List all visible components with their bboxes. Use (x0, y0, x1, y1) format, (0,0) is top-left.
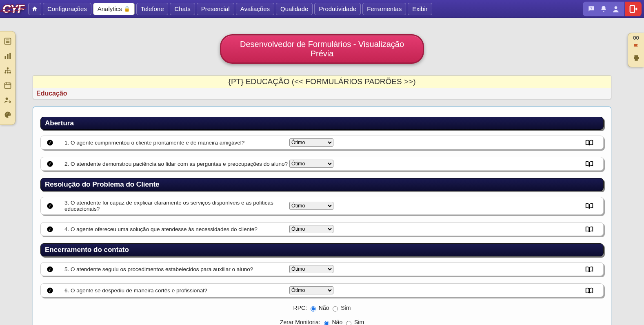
zerar-radio-sim[interactable] (346, 321, 351, 325)
svg-text:?: ? (590, 6, 592, 10)
top-navbar: CYF Configurações Analytics 🔒 Telefone C… (0, 0, 644, 18)
svg-rect-14 (4, 83, 11, 88)
form-body: Abertura i 1. O agente cumprimentou o cl… (33, 107, 611, 325)
user-icon[interactable] (610, 3, 622, 15)
sidebar-palette-icon[interactable] (0, 107, 15, 122)
home-icon (31, 6, 38, 12)
nav-produtividade[interactable]: Produtividade (314, 3, 361, 15)
svg-rect-7 (4, 56, 6, 59)
svg-rect-28 (635, 59, 638, 61)
zerar-option-sim: Sim (354, 319, 364, 325)
rating-select[interactable]: Ótimo (289, 225, 333, 233)
svg-rect-9 (9, 53, 11, 59)
nav-chats[interactable]: Chats (170, 3, 195, 15)
rating-select[interactable]: Ótimo (289, 160, 333, 168)
form-header-box: {PT} EDUCAÇÃO (<< FORMULÁRIOS PADRÕES >>… (33, 75, 611, 99)
svg-point-12 (7, 72, 8, 73)
topbar-right-group: ? (583, 2, 624, 16)
nav-analytics[interactable]: Analytics 🔒 (93, 3, 135, 15)
svg-text:i: i (49, 162, 51, 166)
sidebar-user-gear-icon[interactable] (0, 93, 15, 107)
question-row: i 3. O atendente foi capaz de explicar c… (40, 197, 604, 215)
home-button[interactable] (28, 3, 41, 15)
rpc-row: RPC: Não Sim (40, 305, 604, 312)
form-header-subtitle: Educação (33, 88, 611, 99)
rating-select[interactable]: Ótimo (289, 138, 333, 147)
book-icon[interactable] (585, 266, 597, 272)
info-icon[interactable]: i (47, 139, 63, 146)
rpc-label: RPC: (293, 305, 307, 311)
sidebar-chart-icon[interactable] (0, 49, 15, 63)
info-icon[interactable]: i (47, 160, 63, 167)
section-header: Resolução do Problema do Cliente (40, 178, 604, 191)
nav-telefone[interactable]: Telefone (136, 3, 169, 15)
svg-point-24 (7, 113, 8, 114)
question-row: i 2. O atendente demonstrou paciência ao… (40, 157, 604, 171)
print-icon[interactable] (628, 52, 644, 64)
zerar-radio-nao[interactable] (324, 321, 329, 325)
nav-avaliacoes[interactable]: Avaliações (236, 3, 274, 15)
zerar-row: Zerar Monitoria: Não Sim (40, 319, 604, 325)
svg-text:i: i (49, 288, 51, 293)
svg-rect-2 (630, 5, 635, 12)
sidebar-hierarchy-icon[interactable] (0, 63, 15, 78)
section-header: Encerramento do contato (40, 243, 604, 256)
right-sidebar-count: 00 (628, 35, 644, 41)
question-text: 2. O atendente demonstrou paciência ao l… (63, 161, 289, 167)
svg-point-13 (9, 72, 11, 73)
svg-point-21 (5, 98, 8, 100)
rpc-option-sim: Sim (341, 305, 351, 311)
nav-qualidade[interactable]: Qualidade (276, 3, 313, 15)
question-row: i 1. O agente cumprimentou o cliente pro… (40, 136, 604, 149)
topbar-right: ? (583, 2, 642, 16)
svg-point-11 (4, 72, 6, 73)
question-row: i 4. O agente ofereceu uma solução que a… (40, 222, 604, 236)
nav-analytics-label: Analytics (98, 5, 122, 12)
book-icon[interactable] (585, 139, 597, 146)
question-row: i 5. O atendente seguiu os procedimentos… (40, 262, 604, 276)
book-icon[interactable] (585, 203, 597, 209)
nav-configuracoes[interactable]: Configurações (43, 3, 91, 15)
book-icon[interactable] (585, 287, 597, 294)
rpc-radio-nao[interactable] (311, 306, 316, 312)
svg-rect-8 (7, 54, 8, 59)
question-text: 6. O agente se despediu de maneira cortê… (63, 287, 289, 294)
question-text: 1. O agente cumprimentou o cliente pront… (63, 140, 289, 146)
nav-exibir[interactable]: Exibir (408, 3, 432, 15)
chat-help-icon[interactable]: ? (585, 3, 597, 15)
info-icon[interactable]: i (47, 287, 63, 294)
question-text: 5. O atendente seguiu os procedimentos e… (63, 266, 289, 272)
sidebar-list-icon[interactable] (0, 34, 15, 49)
rating-select[interactable]: Ótimo (289, 265, 333, 273)
rating-select[interactable]: Ótimo (289, 202, 333, 210)
book-icon[interactable] (585, 226, 597, 232)
sidebar-calendar-icon[interactable] (0, 78, 15, 93)
form-header-title: {PT} EDUCAÇÃO (<< FORMULÁRIOS PADRÕES >>… (33, 76, 611, 88)
info-icon[interactable]: i (47, 203, 63, 209)
rpc-radio-sim[interactable] (333, 306, 338, 312)
svg-text:i: i (49, 140, 51, 145)
logo: CYF (2, 2, 24, 16)
right-sidebar: 00 (628, 33, 644, 67)
rpc-option-nao: Não (319, 305, 329, 311)
logout-button[interactable] (625, 2, 642, 16)
lock-icon: 🔒 (124, 6, 130, 12)
flag-icon[interactable] (628, 41, 644, 52)
svg-point-23 (6, 114, 7, 114)
nav-ferramentas[interactable]: Ferramentas (362, 3, 406, 15)
svg-point-25 (9, 114, 9, 114)
info-icon[interactable]: i (47, 226, 63, 233)
left-sidebar (0, 31, 16, 125)
book-icon[interactable] (585, 160, 597, 167)
svg-text:i: i (49, 204, 51, 208)
main-content: Desenvolvedor de Formulários - Visualiza… (0, 18, 644, 325)
svg-text:i: i (49, 227, 51, 232)
svg-rect-26 (634, 55, 638, 57)
bell-icon[interactable] (597, 3, 610, 15)
nav-presencial[interactable]: Presencial (197, 3, 234, 15)
svg-point-10 (7, 67, 8, 69)
svg-text:i: i (49, 267, 51, 272)
info-icon[interactable]: i (47, 266, 63, 273)
logout-icon (629, 4, 638, 13)
rating-select[interactable]: Ótimo (289, 286, 333, 294)
